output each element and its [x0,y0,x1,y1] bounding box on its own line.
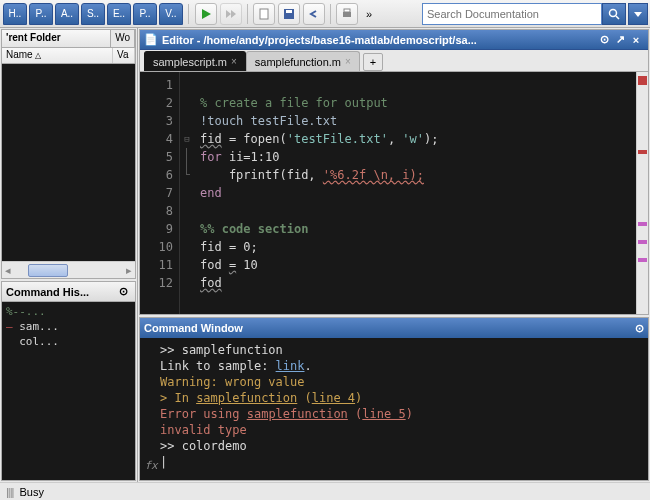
run-advance-button[interactable] [220,3,242,25]
save-button[interactable] [278,3,300,25]
current-folder-panel: 'rent Folder Wo Name △ Va ◂ ▸ [1,29,136,279]
fx-icon[interactable]: fx [142,342,160,476]
search-dropdown[interactable] [628,3,648,25]
code-area[interactable]: 123456789101112 ⊟ % create a file for ou… [140,72,648,314]
error-marker[interactable] [638,150,647,154]
left-column: 'rent Folder Wo Name △ Va ◂ ▸ Command Hi… [0,28,138,482]
svg-rect-6 [343,12,351,17]
status-text: Busy [19,486,43,498]
warning-marker[interactable] [638,240,647,244]
toolstrip-tab[interactable]: H.. [3,3,27,25]
main-area: 'rent Folder Wo Name △ Va ◂ ▸ Command Hi… [0,28,650,482]
toolstrip-tab[interactable]: A.. [55,3,79,25]
command-window-panel: Command Window ⊙ fx >> samplefunction Li… [139,317,649,481]
folder-tab-active[interactable]: 'rent Folder [2,30,111,47]
separator [188,4,189,24]
cmdwin-text[interactable]: >> samplefunction Link to sample: link. … [160,342,644,476]
undo-button[interactable] [303,3,325,25]
folder-tab[interactable]: Wo [111,30,135,47]
print-button[interactable] [336,3,358,25]
right-column: 📄 Editor - /home/andy/projects/base16-ma… [138,28,650,482]
toolstrip-actions: » [191,3,381,25]
search-input[interactable] [422,3,602,25]
link[interactable]: link [276,359,305,373]
new-button[interactable] [253,3,275,25]
command-history-panel: Command His... ⊙ %--... – sam... col... [1,281,136,481]
col-value[interactable]: Va [113,48,135,63]
fold-toggle[interactable]: ⊟ [180,130,194,148]
toolstrip-tab[interactable]: P.. [29,3,53,25]
svg-marker-1 [226,10,231,18]
more-button[interactable]: » [361,3,377,25]
line-gutter: 123456789101112 [140,72,180,314]
command-prompt[interactable]: | [160,454,644,470]
cmdwin-title: Command Window [144,322,243,334]
search-button[interactable] [602,3,626,25]
toolstrip-tab[interactable]: S.. [81,3,105,25]
toolstrip-tab[interactable]: P.. [133,3,157,25]
history-header: Command His... ⊙ [2,282,135,302]
panel-menu-icon[interactable]: ⊙ [115,284,131,300]
undock-icon[interactable]: ↗ [612,32,628,48]
toolstrip-tab[interactable]: E.. [107,3,131,25]
editor-title: Editor - /home/andy/projects/base16-matl… [162,34,477,46]
history-item[interactable]: – sam... [4,319,133,334]
new-tab-button[interactable]: + [363,53,383,71]
folder-scrollbar[interactable]: ◂ ▸ [2,261,135,278]
svg-line-9 [616,16,619,19]
history-body[interactable]: %--... – sam... col... [2,302,135,480]
link[interactable]: line 4 [312,391,355,405]
run-button[interactable] [195,3,217,25]
search-box [422,3,648,25]
svg-point-8 [610,9,617,16]
separator [330,4,331,24]
close-tab-icon[interactable]: × [345,56,351,67]
panel-menu-icon[interactable]: ⊙ [635,322,644,335]
error-summary-icon[interactable] [638,76,647,85]
indicator-strip[interactable] [636,72,648,314]
file-tab[interactable]: samplefunction.m× [246,51,360,71]
resize-grip-icon[interactable]: |||| [6,486,13,498]
separator [247,4,248,24]
cmdwin-header: Command Window ⊙ [140,318,648,338]
panel-menu-icon[interactable]: ⊙ [596,32,612,48]
svg-rect-7 [344,9,350,12]
scrollbar-thumb[interactable] [28,264,68,277]
link[interactable]: samplefunction [196,391,297,405]
folder-columns: Name △ Va [2,48,135,64]
svg-marker-10 [634,12,642,17]
editor-doc-icon: 📄 [144,33,158,46]
link[interactable]: samplefunction [247,407,348,421]
editor-panel: 📄 Editor - /home/andy/projects/base16-ma… [139,29,649,315]
col-name[interactable]: Name △ [2,48,113,63]
cmdwin-body[interactable]: fx >> samplefunction Link to sample: lin… [140,338,648,480]
warning-marker[interactable] [638,222,647,226]
editor-file-tabs: samplescript.m× samplefunction.m× + [140,50,648,72]
svg-marker-0 [202,9,211,19]
close-icon[interactable]: × [628,32,644,48]
warning-marker[interactable] [638,258,647,262]
toolstrip: H.. P.. A.. S.. E.. P.. V.. » [0,0,650,28]
svg-rect-3 [260,9,268,19]
history-item[interactable]: %--... [4,304,133,319]
history-title: Command His... [6,286,89,298]
history-item[interactable]: col... [4,334,133,349]
toolstrip-tab[interactable]: V.. [159,3,183,25]
editor-header: 📄 Editor - /home/andy/projects/base16-ma… [140,30,648,50]
file-tab[interactable]: samplescript.m× [144,51,246,71]
toolstrip-tabs: H.. P.. A.. S.. E.. P.. V.. [0,3,186,25]
folder-contents[interactable] [2,64,135,261]
link[interactable]: line 5 [362,407,405,421]
status-bar: |||| Busy [0,482,650,500]
svg-rect-5 [286,10,292,13]
code-text[interactable]: % create a file for output !touch testFi… [194,72,636,314]
svg-marker-2 [231,10,236,18]
fold-gutter[interactable]: ⊟ [180,72,194,314]
folder-panel-tabs: 'rent Folder Wo [2,30,135,48]
close-tab-icon[interactable]: × [231,56,237,67]
